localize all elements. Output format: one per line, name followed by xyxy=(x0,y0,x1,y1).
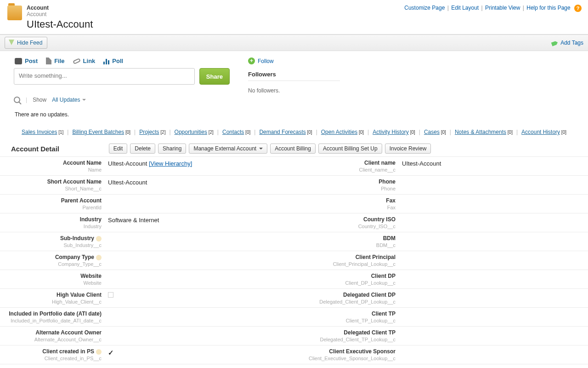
related-count: [0] xyxy=(306,130,312,135)
feed-empty-message: There are no updates. xyxy=(15,111,230,118)
field-api-name: Short_Name__c xyxy=(0,186,102,191)
add-tags-link[interactable]: Add Tags xyxy=(560,40,583,46)
field-label: Delegated Client TP xyxy=(294,329,396,336)
help-icon[interactable] xyxy=(96,236,102,242)
manage-external-button[interactable]: Manage External Account xyxy=(189,144,267,154)
related-count: [0] xyxy=(357,130,364,135)
field-value xyxy=(402,329,583,342)
field-label: Client DP xyxy=(294,273,396,279)
field-value: ✓ xyxy=(108,348,289,361)
field-value xyxy=(402,178,583,191)
feed-compose-input[interactable] xyxy=(14,68,195,85)
help-icon[interactable] xyxy=(96,255,102,260)
follow-button[interactable]: Follow xyxy=(258,58,274,64)
related-count: [2] xyxy=(159,130,166,135)
field-label: Client TP xyxy=(294,310,396,317)
detail-row: Included in Portfolio date (ATI date)Inc… xyxy=(0,308,588,327)
related-count: [0] xyxy=(409,130,415,135)
header-actions: Customize Page | Edit Layout | Printable… xyxy=(403,5,582,30)
field-label: Company Type xyxy=(0,254,102,260)
related-list-link[interactable]: Opportunities xyxy=(175,129,207,135)
field-api-name: Company_Type__c xyxy=(0,261,102,267)
edit-layout-link[interactable]: Edit Layout xyxy=(451,5,479,11)
field-api-name: Industry xyxy=(0,224,102,229)
field-value xyxy=(108,235,289,248)
field-value xyxy=(402,216,583,229)
related-list-link[interactable]: Contacts xyxy=(222,129,244,135)
related-lists-bar: Sales Invoices [1]|Billing Event Batches… xyxy=(0,124,588,142)
customize-page-link[interactable]: Customize Page xyxy=(404,5,445,11)
field-api-name: Fax xyxy=(294,205,396,210)
feed-tab-file[interactable]: File xyxy=(46,58,64,64)
field-value xyxy=(402,197,583,210)
field-value: UItest-Account [View Hierarchy] xyxy=(108,160,289,172)
field-value xyxy=(108,292,289,305)
link-icon xyxy=(73,58,81,64)
field-api-name: Sub_Industry__c xyxy=(0,242,102,248)
feed-tab-poll[interactable]: Poll xyxy=(103,58,123,64)
related-list-link[interactable]: Open Activities xyxy=(321,129,357,135)
help-page-link[interactable]: Help for this Page xyxy=(526,5,570,11)
field-label: Short Account Name xyxy=(0,178,102,185)
related-list-link[interactable]: Projects xyxy=(139,129,159,135)
help-icon[interactable] xyxy=(96,349,102,355)
field-label: Delegated Client DP xyxy=(294,292,396,298)
field-label: Website xyxy=(0,273,102,279)
detail-row: Sub-IndustrySub_Industry__cBDMBDM__c xyxy=(0,232,588,251)
field-value: UItest-Account xyxy=(402,160,583,172)
related-list-link[interactable]: Activity History xyxy=(373,129,409,135)
field-label: BDM xyxy=(294,235,396,242)
field-value xyxy=(108,273,289,286)
poll-icon xyxy=(103,58,109,64)
field-value xyxy=(402,292,583,305)
field-label: Client created in PS xyxy=(0,348,102,355)
search-icon[interactable] xyxy=(14,97,20,103)
hide-feed-button[interactable]: Hide Feed xyxy=(5,37,47,49)
detail-row: Account NameNameUItest-Account [View Hie… xyxy=(0,157,588,176)
related-list-link[interactable]: Cases xyxy=(424,129,440,135)
field-label: Alternate Account Owner xyxy=(0,329,102,336)
related-list-link[interactable]: Notes & Attachments xyxy=(455,129,506,135)
tag-icon xyxy=(550,39,559,47)
field-api-name: Delegated_Client_DP_Lookup__c xyxy=(294,299,396,305)
delete-button[interactable]: Delete xyxy=(130,144,155,154)
breadcrumb: Account xyxy=(27,5,93,11)
related-count: [0] xyxy=(244,130,250,135)
field-label: Sub-Industry xyxy=(0,235,102,242)
sharing-button[interactable]: Sharing xyxy=(158,144,186,154)
share-button[interactable]: Share xyxy=(199,68,230,85)
detail-row: Parent AccountParentIdFaxFax xyxy=(0,195,588,213)
field-label: Client Executive Sponsor xyxy=(294,348,396,355)
field-value: UItest-Account xyxy=(108,178,289,191)
feed-tab-link[interactable]: Link xyxy=(73,58,96,64)
followers-heading: Followers xyxy=(248,71,340,81)
invoice-review-button[interactable]: Invoice Review xyxy=(385,144,431,154)
field-value xyxy=(108,197,289,210)
related-list-link[interactable]: Sales Invoices xyxy=(22,129,57,135)
field-value xyxy=(108,310,289,323)
page-title: UItest-Account xyxy=(27,18,93,30)
detail-grid: Account NameNameUItest-Account [View Hie… xyxy=(0,156,588,368)
view-hierarchy-link[interactable]: [View Hierarchy] xyxy=(149,160,192,167)
feed-filter-select[interactable]: All Updates xyxy=(52,97,85,103)
help-icon[interactable]: ? xyxy=(574,5,582,12)
related-list-link[interactable]: Billing Event Batches xyxy=(72,129,124,135)
field-label: Phone xyxy=(294,178,396,185)
field-label: Account Name xyxy=(0,160,102,166)
related-count: [0] xyxy=(124,130,130,135)
account-billing-button[interactable]: Account Billing xyxy=(270,144,316,154)
detail-row: WebsiteWebsiteClient DPClient_DP_Lookup_… xyxy=(0,270,588,289)
related-count: [2] xyxy=(207,130,214,135)
field-api-name: Included_in_Portfolio_date_ATI_date__c xyxy=(0,318,102,323)
field-label: Industry xyxy=(0,216,102,223)
field-api-name: Alternate_Account_Owner__c xyxy=(0,337,102,342)
printable-view-link[interactable]: Printable View xyxy=(485,5,520,11)
related-count: [0] xyxy=(560,130,566,135)
field-label: Parent Account xyxy=(0,197,102,204)
account-billing-setup-button[interactable]: Account Billing Set Up xyxy=(318,144,382,154)
related-list-link[interactable]: Demand Forecasts xyxy=(259,129,305,135)
edit-button[interactable]: Edit xyxy=(109,144,128,154)
feed-tab-post[interactable]: Post xyxy=(15,58,38,64)
field-value xyxy=(108,329,289,342)
related-list-link[interactable]: Account History xyxy=(521,129,560,135)
